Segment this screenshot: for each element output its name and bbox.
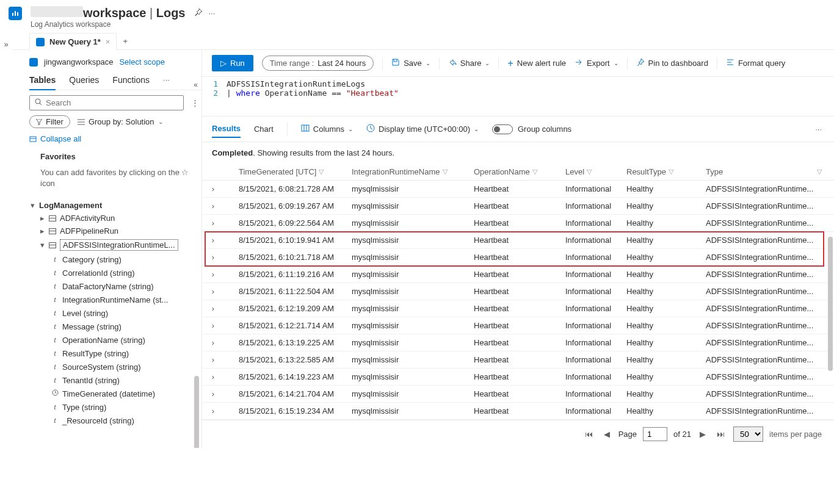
tree-field-item[interactable]: tTenantId (string)	[29, 373, 198, 387]
search-input-wrapper[interactable]	[29, 95, 184, 110]
table-row[interactable]: › 8/15/2021, 6:13:22.585 AM mysqlmissisi…	[202, 351, 834, 369]
tree-field-item[interactable]: tCategory (string)	[29, 253, 198, 266]
results-more-icon[interactable]: ···	[815, 124, 822, 134]
tree-field-item[interactable]: TimeGenerated (datetime)	[29, 387, 198, 400]
expand-row-icon[interactable]: ›	[202, 372, 220, 381]
select-scope-link[interactable]: Select scope	[119, 57, 164, 67]
pin-icon[interactable]	[194, 8, 203, 18]
tree-group-logmanagement[interactable]: ▾ LogManagement	[29, 199, 198, 212]
format-button[interactable]: Format query	[726, 58, 785, 68]
table-row[interactable]: › 8/15/2021, 6:11:22.504 AM mysqlmissisi…	[202, 283, 834, 300]
table-row[interactable]: › 8/15/2021, 6:15:19.234 AM mysqlmissisi…	[202, 403, 834, 420]
sidebar-tab-queries[interactable]: Queries	[69, 75, 99, 85]
tree-field-item[interactable]: tMessage (string)	[29, 320, 198, 333]
col-header-ir[interactable]: IntegrationRuntimeName ▽	[352, 167, 474, 176]
pager-prev[interactable]: ◀	[601, 430, 612, 439]
tree-table-item[interactable]: ▾ADFSSISIntegrationRuntimeL...	[29, 237, 198, 253]
table-row[interactable]: › 8/15/2021, 6:09:19.267 AM mysqlmissisi…	[202, 198, 834, 215]
tree-field-item[interactable]: tType (string)	[29, 400, 198, 414]
collapse-sidebar-icon[interactable]: «	[194, 81, 198, 89]
table-row[interactable]: › 8/15/2021, 6:11:19.216 AM mysqlmissisi…	[202, 266, 834, 283]
tree-field-item[interactable]: tOperationName (string)	[29, 333, 198, 347]
tree-field-item[interactable]: tSourceSystem (string)	[29, 360, 198, 373]
chart-tab[interactable]: Chart	[254, 121, 274, 137]
table-row[interactable]: › 8/15/2021, 6:09:22.564 AM mysqlmissisi…	[202, 215, 834, 232]
expand-row-icon[interactable]: ›	[202, 406, 220, 416]
sidebar-tab-functions[interactable]: Functions	[112, 75, 150, 85]
sidebar-tab-more[interactable]: ···	[163, 75, 170, 85]
group-columns-toggle[interactable]: Group columns	[492, 124, 571, 134]
pin-button[interactable]: Pin to dashboard	[636, 58, 708, 68]
col-header-type[interactable]: Type ▽	[706, 167, 834, 176]
filter-icon[interactable]: ▽	[587, 168, 592, 176]
pager-next[interactable]: ▶	[697, 430, 708, 439]
cell-time: 8/15/2021, 6:15:19.234 AM	[239, 406, 352, 416]
columns-button[interactable]: Columns⌄	[301, 124, 353, 134]
search-more-icon[interactable]: ⋮	[189, 98, 201, 107]
sidebar-tab-tables[interactable]: Tables	[29, 75, 56, 90]
col-header-op[interactable]: OperationName ▽	[474, 167, 565, 176]
expand-row-icon[interactable]: ›	[202, 201, 220, 211]
more-icon[interactable]: ···	[209, 9, 216, 18]
table-row[interactable]: › 8/15/2021, 6:10:19.941 AM mysqlmissisi…	[202, 232, 834, 249]
pager-last[interactable]: ⏭	[714, 430, 727, 439]
add-tab-button[interactable]: +	[117, 34, 134, 48]
tree-scrollbar[interactable]	[194, 376, 199, 448]
tree-field-item[interactable]: tDataFactoryName (string)	[29, 279, 198, 293]
expand-row-icon[interactable]: ›	[202, 321, 220, 330]
expand-row-icon[interactable]: ›	[202, 287, 220, 296]
table-row[interactable]: › 8/15/2021, 6:12:19.209 AM mysqlmissisi…	[202, 300, 834, 317]
groupby-button[interactable]: Group by: Solution ⌄	[78, 117, 163, 126]
table-row[interactable]: › 8/15/2021, 6:10:21.718 AM mysqlmissisi…	[202, 249, 834, 266]
expand-row-icon[interactable]: ›	[202, 218, 220, 228]
tree-field-item[interactable]: t_ResourceId (string)	[29, 414, 198, 427]
expand-row-icon[interactable]: ›	[202, 184, 220, 193]
export-button[interactable]: Export⌄	[575, 58, 618, 68]
grid-scrollbar[interactable]	[828, 237, 833, 371]
pager-page-input[interactable]	[643, 427, 667, 441]
expand-row-icon[interactable]: ›	[202, 389, 220, 398]
table-row[interactable]: › 8/15/2021, 6:12:21.714 AM mysqlmissisi…	[202, 317, 834, 334]
expand-row-icon[interactable]: ›	[202, 236, 220, 245]
pager-size-select[interactable]: 50	[733, 427, 763, 442]
pager-first[interactable]: ⏮	[582, 430, 595, 439]
save-button[interactable]: Save⌄	[391, 58, 430, 68]
col-header-time[interactable]: TimeGenerated [UTC] ▽	[239, 167, 352, 176]
filter-icon[interactable]: ▽	[443, 168, 448, 176]
cell-level: Informational	[565, 338, 626, 347]
table-row[interactable]: › 8/15/2021, 6:08:21.728 AM mysqlmissisi…	[202, 181, 834, 198]
new-alert-button[interactable]: +New alert rule	[507, 58, 566, 69]
tree-field-item[interactable]: tLevel (string)	[29, 306, 198, 320]
results-tab[interactable]: Results	[212, 120, 241, 138]
query-tab[interactable]: New Query 1* ×	[29, 33, 117, 50]
expand-left-gutter[interactable]: »	[0, 32, 12, 448]
col-header-level[interactable]: Level ▽	[565, 167, 626, 176]
filter-button[interactable]: Filter	[29, 115, 70, 128]
expand-row-icon[interactable]: ›	[202, 304, 220, 313]
run-button[interactable]: ▷ Run	[212, 55, 253, 71]
tree-table-item[interactable]: ▸ADFPipelineRun	[29, 225, 198, 237]
filter-icon[interactable]: ▽	[669, 168, 673, 176]
filter-icon[interactable]: ▽	[817, 168, 822, 176]
share-button[interactable]: Share⌄	[448, 58, 490, 68]
expand-row-icon[interactable]: ›	[202, 355, 220, 364]
timerange-button[interactable]: Time range : Last 24 hours	[262, 56, 374, 71]
tree-field-item[interactable]: tIntegrationRuntimeName (st...	[29, 293, 198, 306]
search-input[interactable]	[46, 98, 178, 107]
table-row[interactable]: › 8/15/2021, 6:14:21.704 AM mysqlmissisi…	[202, 386, 834, 403]
display-time-button[interactable]: Display time (UTC+00:00)⌄	[366, 124, 479, 134]
query-editor[interactable]: 1ADFSSISIntegrationRuntimeLogs 2| where …	[202, 77, 834, 116]
expand-row-icon[interactable]: ›	[202, 270, 220, 279]
tree-field-item[interactable]: tResultType (string)	[29, 347, 198, 360]
table-row[interactable]: › 8/15/2021, 6:14:19.223 AM mysqlmissisi…	[202, 369, 834, 386]
filter-icon[interactable]: ▽	[532, 168, 537, 176]
tree-field-item[interactable]: tCorrelationId (string)	[29, 266, 198, 279]
collapse-all-button[interactable]: Collapse all	[29, 134, 201, 143]
col-header-rt[interactable]: ResultType ▽	[626, 167, 706, 176]
table-row[interactable]: › 8/15/2021, 6:13:19.225 AM mysqlmissisi…	[202, 334, 834, 351]
expand-row-icon[interactable]: ›	[202, 338, 220, 347]
close-tab-icon[interactable]: ×	[106, 37, 111, 46]
filter-icon[interactable]: ▽	[319, 168, 324, 176]
tree-table-item[interactable]: ▸ADFActivityRun	[29, 212, 198, 225]
expand-row-icon[interactable]: ›	[202, 253, 220, 262]
